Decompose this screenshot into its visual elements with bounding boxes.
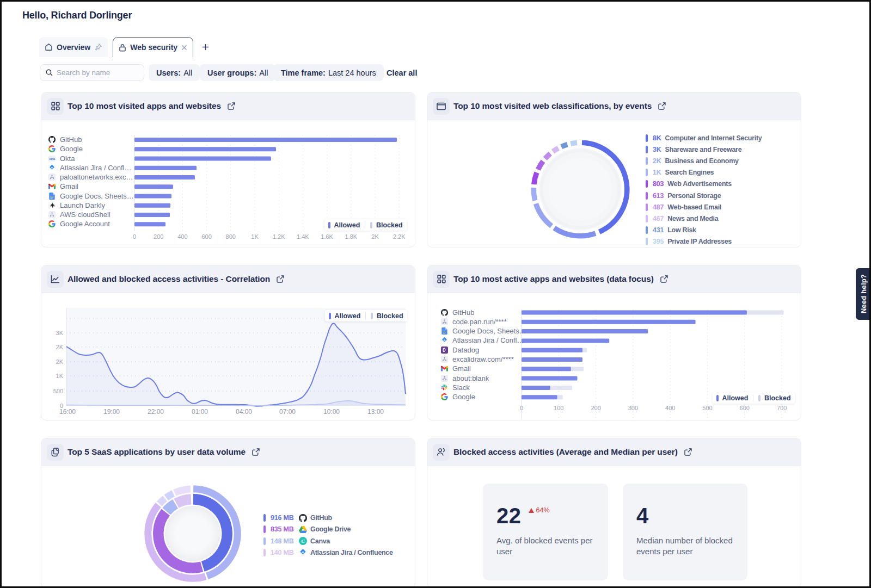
svg-text:1.8K: 1.8K [345,233,357,240]
svg-text:1.2K: 1.2K [273,233,285,240]
svg-text:1.6K: 1.6K [321,233,333,240]
svg-text:3K: 3K [56,330,64,336]
svg-text:800: 800 [226,233,236,240]
svg-text:13:00: 13:00 [367,408,384,416]
svg-text:04:00: 04:00 [236,408,252,416]
svg-text:19:00: 19:00 [103,408,120,416]
svg-text:700: 700 [777,405,787,411]
svg-text:2.2K: 2.2K [393,233,406,240]
svg-text:200: 200 [591,405,600,411]
svg-text:500: 500 [702,405,712,411]
svg-text:0: 0 [520,405,523,411]
svg-text:1K: 1K [56,373,64,379]
svg-text:300: 300 [628,405,638,411]
svg-text:okta: okta [49,157,55,160]
svg-text:10:00: 10:00 [323,408,340,416]
svg-text:1.4K: 1.4K [297,233,309,240]
svg-text:C: C [301,539,305,544]
svg-text:22:00: 22:00 [148,408,164,416]
svg-text:16:00: 16:00 [59,408,76,416]
svg-text:1K: 1K [251,233,259,240]
svg-text:07:00: 07:00 [279,408,296,416]
svg-text:2K: 2K [56,344,64,350]
svg-text:600: 600 [740,405,750,411]
svg-text:2K: 2K [56,358,64,365]
svg-text:500: 500 [53,388,63,394]
svg-text:01:00: 01:00 [192,408,208,416]
svg-text:200: 200 [154,233,163,240]
svg-text:600: 600 [201,233,211,240]
svg-text:0: 0 [133,233,136,240]
svg-text:2K: 2K [371,233,379,240]
svg-text:400: 400 [177,233,187,240]
svg-text:400: 400 [665,405,675,411]
svg-text:100: 100 [554,405,563,411]
